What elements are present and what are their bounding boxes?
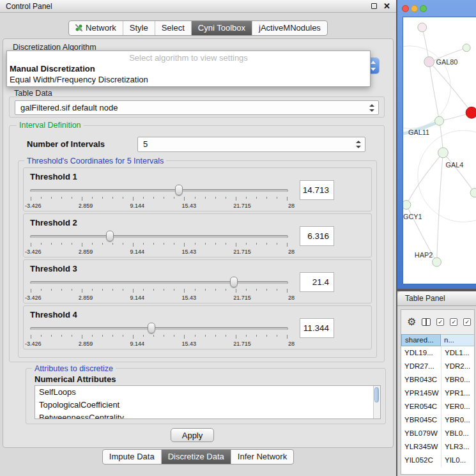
- network-node-gal11[interactable]: [435, 116, 444, 125]
- list-item[interactable]: TopologicalCoefficient: [35, 399, 380, 411]
- slider-track: [30, 281, 288, 284]
- network-edge[interactable]: [443, 153, 475, 193]
- columns-icon[interactable]: [422, 318, 431, 326]
- cell-name: YER0...: [441, 400, 474, 413]
- network-node[interactable]: [418, 23, 427, 32]
- threshold-panel: Threshold 3-3.4262.8599.14415.4321.71528…: [23, 259, 372, 303]
- zoom-traffic-light-icon[interactable]: [420, 5, 427, 12]
- table-row[interactable]: YLR345WYLR3...: [401, 440, 474, 454]
- tab-cyni-toolbox[interactable]: Cyni Toolbox: [191, 21, 252, 35]
- threshold-label: Threshold 2: [30, 218, 77, 227]
- tab-label: Style: [130, 23, 148, 33]
- checkbox-icon[interactable]: ✓: [436, 318, 444, 326]
- numerical-attributes-list[interactable]: SelfLoopsTopologicalCoefficientBetweenne…: [35, 385, 381, 419]
- table-row[interactable]: YPR145WYPR1...: [401, 387, 474, 400]
- column-header-name[interactable]: n...: [441, 334, 474, 346]
- network-edge[interactable]: [406, 153, 443, 205]
- column-header-shared[interactable]: shared...: [401, 334, 441, 346]
- node-label: GAL4: [445, 161, 463, 169]
- tab-infer-network[interactable]: Infer Network: [231, 450, 293, 464]
- close-traffic-light-icon[interactable]: [402, 5, 409, 12]
- gear-icon[interactable]: ⚙: [407, 317, 416, 327]
- float-window-icon[interactable]: [371, 3, 377, 9]
- threshold-value-field[interactable]: 6.316: [300, 226, 334, 246]
- list-item[interactable]: SelfLoops: [35, 386, 380, 399]
- cell-shared-name: YDR27...: [401, 360, 441, 373]
- list-item[interactable]: BetweennessCentrality: [35, 411, 380, 419]
- table-row[interactable]: YBR043CYBR0...: [401, 373, 474, 387]
- network-node-gcy1[interactable]: [403, 201, 411, 210]
- network-node[interactable]: [463, 44, 470, 52]
- dropdown-placeholder: Select algorithm to view settings: [7, 51, 370, 63]
- threshold-value-field[interactable]: 14.713: [300, 180, 334, 200]
- titlebar-icons: ✕: [371, 2, 390, 10]
- table-data-combo[interactable]: galFiltered.sif default node: [15, 100, 379, 115]
- number-of-intervals-value: 5: [143, 137, 352, 151]
- threshold-label: Threshold 3: [30, 264, 77, 273]
- cell-shared-name: YPR145W: [401, 387, 441, 400]
- network-node-gal4[interactable]: [438, 148, 449, 158]
- node-label: GAL80: [436, 58, 458, 66]
- table-row[interactable]: YIL052CYIL0...: [401, 454, 474, 467]
- checkbox-icon[interactable]: ✓: [450, 318, 457, 326]
- threshold-slider[interactable]: -3.4262.8599.14415.4321.71528: [30, 230, 288, 257]
- algorithm-dropdown-popup: Select algorithm to view settings Manual…: [6, 50, 371, 87]
- threshold-value-field[interactable]: 11.344: [300, 318, 334, 338]
- close-icon[interactable]: ✕: [383, 2, 390, 10]
- network-edge[interactable]: [437, 153, 443, 262]
- slider-thumb[interactable]: [148, 323, 155, 334]
- slider-thumb[interactable]: [175, 185, 183, 196]
- dropdown-option-equal-width-frequency[interactable]: Equal Width/Frequency Discretization: [7, 73, 370, 84]
- tab-impute-data[interactable]: Impute Data: [103, 450, 161, 464]
- network-node[interactable]: [470, 188, 476, 197]
- network-node-gal80[interactable]: [424, 57, 434, 67]
- network-window: GAL80GAL11GAL4GCY1HAP2: [397, 0, 476, 289]
- slider-track: [30, 189, 288, 192]
- checkbox-icon[interactable]: ✓: [463, 318, 471, 326]
- threshold-label: Threshold 1: [30, 172, 77, 181]
- tab-network[interactable]: Network: [69, 21, 123, 35]
- interval-definition-title: Interval Definition: [17, 121, 84, 130]
- slider-thumb[interactable]: [106, 231, 114, 242]
- apply-button[interactable]: Apply: [171, 428, 214, 442]
- slider-scale: -3.4262.8599.14415.4321.71528: [25, 295, 295, 301]
- network-node[interactable]: [466, 107, 476, 118]
- slider-scale: -3.4262.8599.14415.4321.71528: [25, 249, 295, 255]
- slider-thumb[interactable]: [230, 277, 238, 288]
- table-row[interactable]: YBR045CYBR0...: [401, 413, 474, 427]
- tab-label: Impute Data: [109, 452, 155, 461]
- threshold-slider[interactable]: -3.4262.8599.14415.4321.71528: [30, 276, 288, 303]
- tab-select[interactable]: Select: [155, 21, 191, 35]
- number-of-intervals-combo[interactable]: 5: [137, 137, 365, 152]
- slider-track: [30, 327, 288, 330]
- cell-name: YIL0...: [441, 454, 474, 467]
- cell-shared-name: YER054C: [401, 400, 441, 413]
- tab-label: Discretize Data: [168, 452, 224, 461]
- tab-discretize-data[interactable]: Discretize Data: [161, 450, 231, 464]
- cell-name: YBR0...: [441, 373, 474, 387]
- network-node-hap2[interactable]: [433, 257, 441, 266]
- threshold-slider[interactable]: -3.4262.8599.14415.4321.71528: [30, 322, 288, 349]
- screen: Control Panel ✕ NetworkStyleSelectCyni T…: [0, 0, 476, 476]
- minimize-traffic-light-icon[interactable]: [411, 5, 418, 12]
- tab-style[interactable]: Style: [123, 21, 155, 35]
- table-panel-titlebar[interactable]: Table Panel: [397, 291, 476, 306]
- table-row[interactable]: YDR27...YDR2...: [401, 360, 474, 373]
- cell-name: YDR2...: [441, 360, 474, 373]
- threshold-slider[interactable]: -3.4262.8599.14415.4321.71528: [30, 184, 288, 211]
- control-panel-titlebar[interactable]: Control Panel ✕: [0, 0, 396, 13]
- threshold-panel: Threshold 4-3.4262.8599.14415.4321.71528…: [23, 305, 372, 349]
- threshold-value-field[interactable]: 21.4: [300, 272, 334, 292]
- slider-scale: -3.4262.8599.14415.4321.71528: [25, 341, 295, 347]
- table-row[interactable]: YDL19...YDL1...: [401, 346, 474, 360]
- table-header-row: shared... n...: [401, 334, 474, 346]
- dropdown-option-manual-discretization[interactable]: Manual Discretization: [7, 63, 370, 73]
- tab-jactivemnodules[interactable]: jActiveMNodules: [252, 21, 327, 35]
- network-canvas[interactable]: GAL80GAL11GAL4GCY1HAP2: [403, 17, 476, 284]
- table-panel-title: Table Panel: [405, 294, 445, 303]
- cell-shared-name: YDL19...: [401, 346, 441, 360]
- top-tabbar: NetworkStyleSelectCyni ToolboxjActiveMNo…: [68, 20, 328, 36]
- list-scrollbar[interactable]: [373, 386, 380, 418]
- table-row[interactable]: YBL079WYBL0...: [401, 427, 474, 440]
- table-row[interactable]: YER054CYER0...: [401, 400, 474, 413]
